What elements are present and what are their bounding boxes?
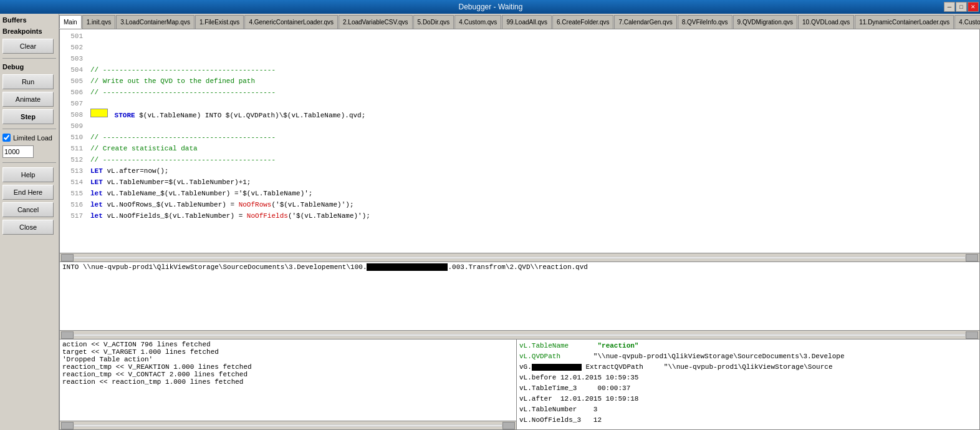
code-line-517: 517 let vL.NoOfFields_$(vL.TableNumber) … [60,210,979,222]
var-row-6: vL.after 12.01.2015 10:59:18 [519,394,977,404]
code-line-503: 503 [60,53,979,64]
code-line-516: 516 let vL.NoOfRows_$(vL.TableNumber) = … [60,199,979,210]
log-line-1: action << V_ACTION 796 lines fetched [62,341,514,348]
scrollbar-thumb-left[interactable] [61,254,74,261]
log-line-6: reaction << reaction_tmp 1.000 lines fet… [62,378,514,386]
log-line-4: reaction_tmp << V_REAKTION 1.000 lines f… [62,363,514,371]
var-row-4: vL.before 12.01.2015 10:59:35 [519,373,977,383]
tab-4[interactable]: 4.GenericContainerLoader.qvs [244,15,338,29]
censored-var [532,364,582,371]
code-line-513: 513 LET vL.after=now(); [60,165,979,177]
cmd-scrollbar-thumb-left[interactable] [61,331,74,339]
code-editor[interactable]: 501 502 503 504 // ---------------------… [59,29,980,253]
step-button[interactable]: Step [2,109,54,124]
limited-load-checkbox[interactable] [2,134,11,142]
command-bar[interactable]: INTO \\nue-qvpub-prod1\QlikViewStorage\S… [59,262,980,331]
limited-load-value[interactable]: 1000 [2,145,34,158]
limited-load-row[interactable]: Limited Load [2,134,56,142]
var-row-5: vL.TableTime_3 00:00:37 [519,383,977,394]
tabs-bar: Main 1.init.qvs 3.LoadContainerMap.qvs 1… [59,14,980,29]
tab-15[interactable]: 4.Custom.qvs [954,15,980,29]
command-bar-scrollbar[interactable] [59,331,980,340]
code-line-506: 506 // ---------------------------------… [60,87,979,98]
log-panel-container: action << V_ACTION 796 lines fetched tar… [59,340,517,430]
var-row-3: vG. ExtractQVDPath "\\nue-qvpub-prod1\Ql… [519,362,977,373]
command-text: INTO \\nue-qvpub-prod1\QlikViewStorage\S… [62,263,367,271]
cmd-scrollbar-thumb-right[interactable] [966,331,978,339]
tab-main[interactable]: Main [59,15,82,29]
buffers-label: Buffers [2,16,56,24]
tab-12[interactable]: 9.QVDMigration.qvs [733,15,797,29]
animate-button[interactable]: Animate [2,92,54,107]
tab-2[interactable]: 3.LoadContainerMap.qvs [116,15,195,29]
tab-10[interactable]: 7.CalendarGen.qvs [614,15,676,29]
log-line-5: reaction_tmp << V_CONTACT 2.000 lines fe… [62,371,514,378]
breakpoints-label: Breakpoints [2,27,56,35]
cmd-scrollbar-track [74,334,966,336]
censored-block-1 [367,263,448,271]
code-line-510: 510 // ---------------------------------… [60,132,979,143]
log-scrollbar-left[interactable] [61,422,74,429]
code-line-511: 511 // Create statistical data [60,143,979,154]
var-row-7: vL.TableNumber 3 [519,404,977,415]
log-panel-scrollbar[interactable] [59,421,517,430]
minimize-button[interactable]: ─ [944,2,955,12]
content-area: Main 1.init.qvs 3.LoadContainerMap.qvs 1… [59,14,980,430]
code-line-512: 512 // ---------------------------------… [60,154,979,165]
close-button[interactable]: ✕ [968,2,979,12]
tab-7[interactable]: 4.Custom.qvs [454,15,501,29]
command-text-2: .003.Transfrom\2.QVD\\reaction.qvd [448,263,587,271]
debug-label: Debug [2,63,56,71]
code-line-515: 515 let vL.TableName_$(vL.TableNumber) =… [60,188,979,199]
close-sidebar-button[interactable]: Close [2,220,54,235]
tab-5[interactable]: 2.LoadVariableCSV.qvs [339,15,413,29]
tab-14[interactable]: 11.DynamicContainerLoader.qvs [855,15,954,29]
editor-area: 501 502 503 504 // ---------------------… [59,29,980,430]
tab-11[interactable]: 8.QVFileInfo.qvs [678,15,733,29]
cancel-button[interactable]: Cancel [2,202,54,217]
current-line-indicator [90,109,108,117]
help-button[interactable]: Help [2,167,54,182]
clear-button[interactable]: Clear [2,39,54,54]
var-row-2: vL.QVDPath "\\nue-qvpub-prod1\QlikViewSt… [519,351,977,362]
scrollbar-track [74,257,966,259]
tab-13[interactable]: 10.QVDLoad.qvs [798,15,854,29]
vars-panel[interactable]: vL.TableName "reaction" vL.QVDPath "\\nu… [517,340,980,430]
tab-6[interactable]: 5.DoDir.qvs [413,15,454,29]
tab-8[interactable]: 99.LoadAll.qvs [502,15,552,29]
run-button[interactable]: Run [2,74,54,89]
limited-load-input-row: 1000 [2,145,56,158]
code-line-504: 504 // ---------------------------------… [60,64,979,76]
code-line-505: 505 // Write out the QVD to the defined … [60,76,979,87]
log-line-2: target << V_TARGET 1.000 lines fetched [62,348,514,356]
window-controls[interactable]: ─ □ ✕ [944,2,979,12]
code-line-508: 508 STORE $(vL.TableName) INTO $(vL.QVDP… [60,109,979,120]
limited-load-label: Limited Load [13,134,52,142]
code-editor-scrollbar[interactable] [59,253,980,262]
end-here-button[interactable]: End Here [2,185,54,200]
code-line-509: 509 [60,120,979,132]
code-line-507: 507 [60,98,979,109]
log-panel[interactable]: action << V_ACTION 796 lines fetched tar… [59,340,517,421]
log-line-3: 'Dropped Table action' [62,356,514,363]
scrollbar-thumb-right[interactable] [966,254,978,261]
tab-9[interactable]: 6.CreateFolder.qvs [552,15,614,29]
log-scrollbar-track [74,424,502,427]
sidebar: Buffers Breakpoints Clear Debug Run Anim… [0,14,59,430]
tab-3[interactable]: 1.FileExist.qvs [195,15,244,29]
code-line-514: 514 LET vL.TableNumber=$(vL.TableNumber)… [60,177,979,188]
maximize-button[interactable]: □ [956,2,967,12]
var-row-1: vL.TableName "reaction" [519,341,977,351]
window-title: Debugger - Waiting [37,2,944,11]
log-scrollbar-right[interactable] [502,422,515,429]
var-row-8: vL.NoOfFields_3 12 [519,415,977,426]
bottom-panels: action << V_ACTION 796 lines fetched tar… [59,340,980,430]
title-bar: Debugger - Waiting ─ □ ✕ [0,0,980,14]
tab-1[interactable]: 1.init.qvs [82,15,115,29]
code-line-502: 502 [60,42,979,53]
code-line-501: 501 [60,31,979,42]
